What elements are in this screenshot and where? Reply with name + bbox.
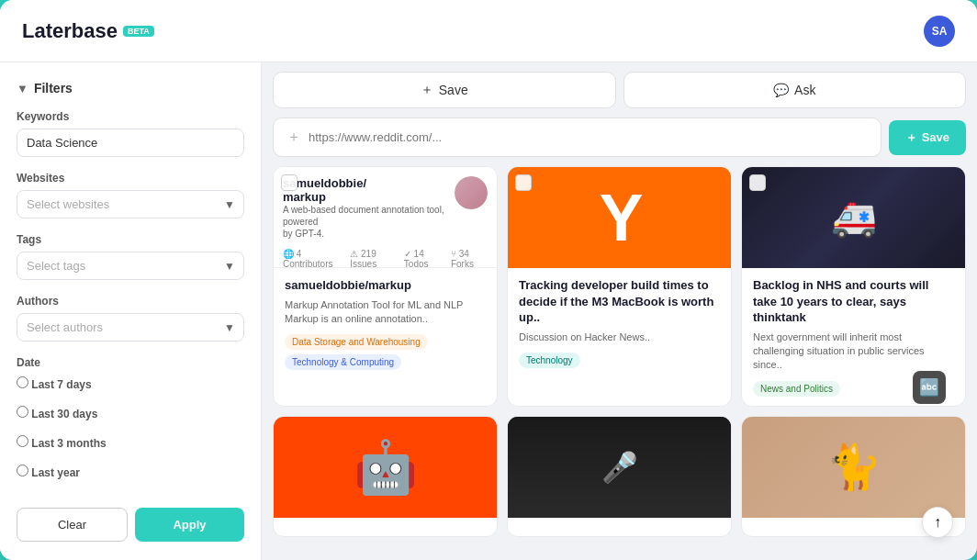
repo-title: samueldobbie/markup — [283, 176, 455, 204]
plus-icon: ＋ — [421, 82, 433, 98]
beta-badge: BETA — [123, 26, 154, 37]
ambulance-visual: 🚑 — [742, 167, 965, 268]
save-url-label: Save — [922, 130, 949, 144]
card-body-hn: Tracking developer build times to decide… — [508, 268, 731, 406]
date-section: Date Last 7 days Last 30 days Last 3 mon… — [17, 356, 244, 487]
scroll-to-top-button[interactable]: ↑ — [922, 507, 953, 538]
url-input[interactable] — [309, 130, 868, 144]
reddit-mascot-icon: 🤖 — [354, 437, 418, 498]
tag-tech-computing[interactable]: Technology & Computing — [285, 354, 401, 370]
logo: Laterbase BETA — [22, 19, 154, 43]
stat-issues: ⚠ 219 Issues — [350, 249, 397, 269]
radio-3months-label: Last 3 months — [31, 437, 106, 450]
card-desc-hn: Discussion on Hacker News.. — [519, 330, 720, 344]
websites-select[interactable]: Select websites — [17, 190, 244, 218]
websites-select-wrapper: Select websites ▼ — [17, 190, 244, 218]
card-checkbox-1[interactable] — [281, 174, 298, 191]
apple-person-icon: 🎤 — [601, 450, 638, 485]
filters-label: Filters — [34, 81, 73, 95]
date-radio-group: Last 7 days Last 30 days Last 3 months L… — [17, 376, 244, 487]
tag-news-politics[interactable]: News and Politics — [753, 381, 840, 397]
authors-select-wrapper: Select authors ▼ — [17, 313, 244, 342]
tags-section: Tags Select tags ▼ — [17, 233, 244, 280]
tags-label: Tags — [17, 233, 244, 246]
tag-technology[interactable]: Technology — [519, 353, 580, 368]
filter-icon: ▼ — [17, 82, 28, 95]
card-body-github: samueldobbie/markup Markup Annotation To… — [274, 268, 497, 406]
card-checkbox-3[interactable] — [749, 174, 766, 191]
repo-avatar — [455, 176, 488, 209]
date-radio-30days[interactable]: Last 30 days — [17, 406, 244, 420]
sidebar: ▼ Filters Keywords Websites Select websi… — [0, 62, 262, 560]
radio-30days-input[interactable] — [17, 406, 28, 418]
card-tags-github: Data Storage and Warehousing Technology … — [285, 334, 486, 370]
url-bar: ＋ ＋ Save — [273, 118, 966, 157]
save-url-button[interactable]: ＋ Save — [889, 120, 966, 155]
avatar[interactable]: SA — [924, 16, 955, 47]
save-tab-label: Save — [439, 83, 468, 97]
keywords-section: Keywords — [17, 110, 244, 157]
authors-section: Authors Select authors ▼ — [17, 295, 244, 342]
save-url-plus-icon: ＋ — [905, 129, 917, 146]
translate-symbol: 🔤 — [919, 377, 939, 398]
repo-avatar-img — [455, 176, 488, 209]
tag-data-storage[interactable]: Data Storage and Warehousing — [285, 334, 428, 350]
authors-label: Authors — [17, 295, 244, 308]
radio-year-label: Last year — [31, 466, 80, 479]
card-body-reddit — [274, 518, 497, 536]
card-title-github: samueldobbie/markup — [285, 277, 486, 294]
repo-stats: 🌐 4 Contributors ⚠ 219 Issues ✓ 14 Todos… — [283, 249, 488, 269]
tab-save[interactable]: ＋ Save — [273, 72, 616, 108]
card-reddit: 🤖 — [273, 416, 498, 537]
card-checkbox-2[interactable] — [515, 174, 532, 191]
url-input-wrapper: ＋ — [273, 118, 882, 157]
repo-header: samueldobbie/markup A web-based document… — [283, 176, 488, 240]
card-hn: Y Tracking developer build times to deci… — [507, 166, 732, 407]
tab-bar: ＋ Save 💬 Ask — [273, 72, 966, 108]
filters-header: ▼ Filters — [17, 81, 244, 95]
radio-3months-input[interactable] — [17, 435, 28, 447]
card-github: samueldobbie/markup A web-based document… — [273, 166, 498, 407]
date-label: Date — [17, 356, 244, 369]
card-apple: 🎤 — [507, 416, 732, 537]
cards-grid: samueldobbie/markup A web-based document… — [273, 166, 966, 537]
card-image-y: Y — [508, 167, 731, 268]
websites-label: Websites — [17, 172, 244, 185]
date-radio-year[interactable]: Last year — [17, 465, 244, 479]
translate-icon[interactable]: 🔤 — [913, 371, 946, 404]
card-image-apple: 🎤 — [508, 417, 731, 518]
websites-section: Websites Select websites ▼ — [17, 172, 244, 218]
repo-desc: A web-based document annotation tool, po… — [283, 204, 455, 240]
up-arrow-icon: ↑ — [934, 514, 941, 531]
authors-select[interactable]: Select authors — [17, 313, 244, 342]
radio-7days-label: Last 7 days — [31, 378, 91, 391]
stat-contributors: 🌐 4 Contributors — [283, 249, 343, 269]
main-body: ▼ Filters Keywords Websites Select websi… — [0, 62, 977, 560]
apple-event-visual: 🎤 — [508, 417, 731, 518]
radio-year-input[interactable] — [17, 465, 28, 476]
tags-select[interactable]: Select tags — [17, 252, 244, 280]
ask-tab-label: Ask — [794, 83, 815, 97]
add-icon: ＋ — [286, 128, 301, 147]
card-desc-nhs: Next government will inherit most challe… — [753, 330, 954, 373]
card-tags-hn: Technology — [519, 353, 720, 368]
keywords-input[interactable] — [17, 129, 244, 157]
repo-title-area: samueldobbie/markup A web-based document… — [283, 176, 455, 240]
stat-forks: ⑂ 34 Forks — [451, 249, 488, 269]
tags-select-wrapper: Select tags ▼ — [17, 252, 244, 280]
radio-7days-input[interactable] — [17, 376, 28, 388]
card-image-reddit-mascot: 🤖 — [274, 417, 497, 518]
header: Laterbase BETA SA — [0, 0, 977, 62]
logo-text: Laterbase — [22, 19, 118, 43]
clear-button[interactable]: Clear — [17, 508, 128, 542]
tab-ask[interactable]: 💬 Ask — [623, 72, 967, 108]
content-wrapper: samueldobbie/markup A web-based document… — [273, 166, 966, 551]
card-title-nhs: Backlog in NHS and courts will take 10 y… — [753, 277, 954, 326]
radio-30days-label: Last 30 days — [31, 408, 97, 420]
action-buttons: Clear Apply — [17, 508, 244, 542]
stat-todos: ✓ 14 Todos — [404, 249, 444, 269]
date-radio-7days[interactable]: Last 7 days — [17, 376, 244, 391]
date-radio-3months[interactable]: Last 3 months — [17, 435, 244, 450]
apply-button[interactable]: Apply — [135, 508, 244, 542]
app-window: Laterbase BETA SA ▼ Filters Keywords Web… — [0, 0, 977, 560]
